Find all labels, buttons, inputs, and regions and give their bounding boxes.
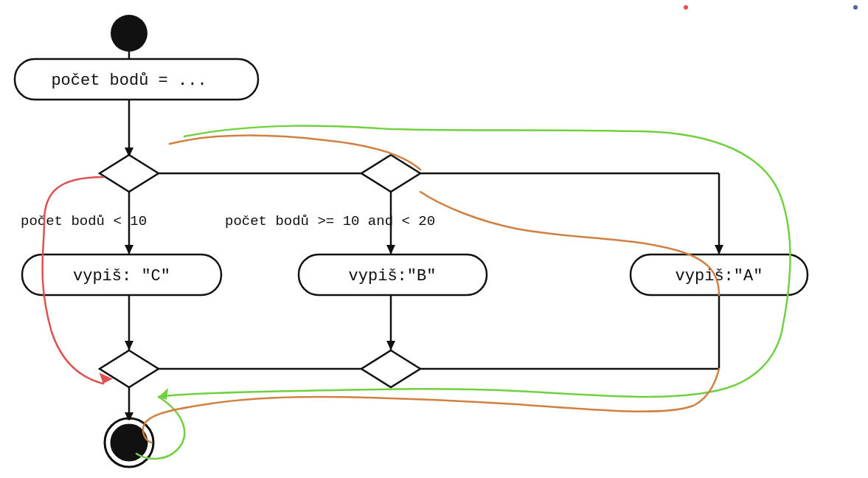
arrowhead-d2-boxb — [386, 245, 395, 254]
init-box-label: počet bodů = ... — [51, 72, 206, 90]
box-a-label: vypiš:"A" — [676, 267, 763, 285]
flowchart-diagram: počet bodů = ... počet bodů < 10 počet b… — [0, 0, 868, 478]
label-cond2: počet bodů >= 10 and < 20 — [225, 213, 435, 229]
diamond3 — [100, 350, 159, 387]
arrowhead-right-boxa — [715, 245, 723, 254]
blue-dot-decoration — [853, 5, 858, 10]
arrowhead-boxc-d3 — [125, 341, 133, 350]
diamond2 — [361, 155, 420, 192]
arrowhead-d1-boxc — [125, 245, 133, 254]
diamond1 — [100, 155, 159, 192]
start-circle — [111, 15, 147, 52]
arrowhead-boxb-d4 — [386, 341, 395, 350]
diamond4 — [361, 350, 420, 387]
box-c-label: vypiš: "C" — [73, 267, 170, 285]
box-b-label: vypiš:"B" — [349, 267, 437, 285]
label-cond1: počet bodů < 10 — [21, 213, 147, 229]
red-dot-decoration — [684, 5, 688, 10]
orange-arrow-bottom — [143, 369, 719, 443]
